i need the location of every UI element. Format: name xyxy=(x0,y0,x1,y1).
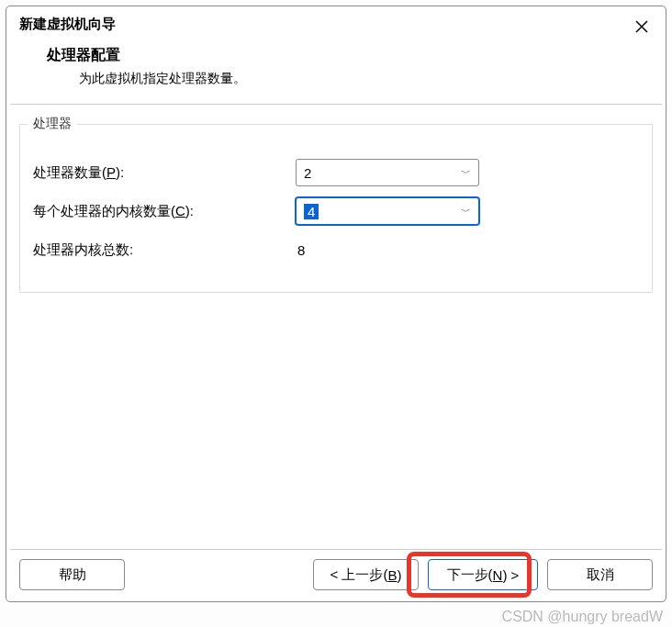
row-processor-count: 处理器数量(P): 2 ﹀ xyxy=(33,158,639,187)
group-legend: 处理器 xyxy=(28,116,77,132)
section-desc: 为此虚拟机指定处理器数量。 xyxy=(47,71,653,87)
back-button[interactable]: < 上一步(B) xyxy=(313,559,419,590)
cores-per-processor-select[interactable]: 4 ﹀ xyxy=(296,197,479,225)
cancel-button[interactable]: 取消 xyxy=(547,559,653,590)
window-title: 新建虚拟机向导 xyxy=(19,16,653,33)
close-icon[interactable] xyxy=(631,16,653,38)
processor-group: 处理器 处理器数量(P): 2 ﹀ 每个处理器的内核数量(C): 4 ﹀ xyxy=(19,116,653,293)
content-area: 处理器 处理器数量(P): 2 ﹀ 每个处理器的内核数量(C): 4 ﹀ xyxy=(6,105,666,549)
label-processor-count: 处理器数量(P): xyxy=(33,164,296,182)
chevron-down-icon: ﹀ xyxy=(461,166,471,180)
wizard-dialog: 新建虚拟机向导 处理器配置 为此虚拟机指定处理器数量。 处理器 处理器数量(P)… xyxy=(6,6,666,602)
processor-count-select[interactable]: 2 ﹀ xyxy=(296,159,479,186)
section-title: 处理器配置 xyxy=(47,46,653,65)
row-total-cores: 处理器内核总数: 8 xyxy=(33,235,639,264)
row-cores-per-processor: 每个处理器的内核数量(C): 4 ﹀ xyxy=(33,196,639,226)
cores-per-processor-value: 4 xyxy=(304,204,319,219)
header: 新建虚拟机向导 处理器配置 为此虚拟机指定处理器数量。 xyxy=(6,6,666,98)
label-total-cores: 处理器内核总数: xyxy=(33,241,296,259)
chevron-down-icon: ﹀ xyxy=(461,205,471,218)
next-button[interactable]: 下一步(N) > xyxy=(428,559,538,590)
footer: 帮助 < 上一步(B) 下一步(N) > 取消 xyxy=(6,550,666,601)
label-cores-per-processor: 每个处理器的内核数量(C): xyxy=(33,203,296,220)
help-button[interactable]: 帮助 xyxy=(19,559,125,590)
watermark: CSDN @hungry breadW xyxy=(502,609,663,625)
total-cores-value: 8 xyxy=(296,242,305,258)
processor-count-value: 2 xyxy=(304,165,311,181)
